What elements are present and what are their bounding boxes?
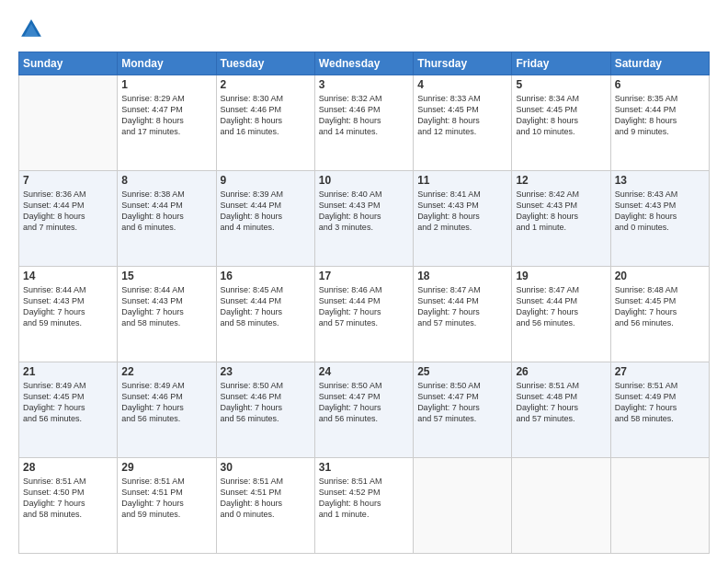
table-row: 20Sunrise: 8:48 AM Sunset: 4:45 PM Dayli… [610, 267, 709, 362]
table-row: 25Sunrise: 8:50 AM Sunset: 4:47 PM Dayli… [414, 362, 512, 458]
table-row: 12Sunrise: 8:42 AM Sunset: 4:43 PM Dayli… [512, 171, 610, 267]
day-info: Sunrise: 8:43 AM Sunset: 4:43 PM Dayligh… [615, 189, 705, 234]
day-info: Sunrise: 8:50 AM Sunset: 4:47 PM Dayligh… [319, 380, 409, 425]
table-row: 4Sunrise: 8:33 AM Sunset: 4:45 PM Daylig… [414, 75, 512, 171]
day-info: Sunrise: 8:49 AM Sunset: 4:45 PM Dayligh… [23, 380, 113, 425]
day-info: Sunrise: 8:47 AM Sunset: 4:44 PM Dayligh… [516, 284, 606, 329]
table-row: 19Sunrise: 8:47 AM Sunset: 4:44 PM Dayli… [512, 267, 610, 362]
day-number: 2 [221, 78, 311, 91]
table-row: 24Sunrise: 8:50 AM Sunset: 4:47 PM Dayli… [314, 362, 413, 458]
day-number: 17 [319, 270, 409, 282]
table-row: 7Sunrise: 8:36 AM Sunset: 4:44 PM Daylig… [19, 171, 118, 267]
table-row: 27Sunrise: 8:51 AM Sunset: 4:49 PM Dayli… [610, 362, 709, 458]
calendar-week-row: 7Sunrise: 8:36 AM Sunset: 4:44 PM Daylig… [19, 171, 710, 267]
day-info: Sunrise: 8:50 AM Sunset: 4:46 PM Dayligh… [221, 380, 311, 425]
day-number: 4 [417, 78, 507, 91]
table-row: 15Sunrise: 8:44 AM Sunset: 4:43 PM Dayli… [118, 267, 216, 362]
day-number: 27 [615, 365, 705, 378]
day-info: Sunrise: 8:35 AM Sunset: 4:44 PM Dayligh… [615, 93, 705, 138]
weekday-header-saturday: Saturday [610, 52, 709, 75]
day-info: Sunrise: 8:51 AM Sunset: 4:51 PM Dayligh… [121, 476, 211, 521]
day-number: 7 [23, 174, 113, 187]
day-number: 18 [417, 270, 507, 282]
day-number: 12 [516, 174, 606, 187]
day-info: Sunrise: 8:29 AM Sunset: 4:47 PM Dayligh… [121, 93, 211, 138]
weekday-header-friday: Friday [512, 52, 610, 75]
table-row: 5Sunrise: 8:34 AM Sunset: 4:45 PM Daylig… [512, 75, 610, 171]
calendar-table: SundayMondayTuesdayWednesdayThursdayFrid… [18, 52, 710, 554]
calendar-week-row: 1Sunrise: 8:29 AM Sunset: 4:47 PM Daylig… [19, 75, 710, 171]
calendar-week-row: 28Sunrise: 8:51 AM Sunset: 4:50 PM Dayli… [19, 458, 710, 554]
weekday-header-row: SundayMondayTuesdayWednesdayThursdayFrid… [19, 52, 710, 75]
table-row: 17Sunrise: 8:46 AM Sunset: 4:44 PM Dayli… [314, 267, 413, 362]
day-info: Sunrise: 8:34 AM Sunset: 4:45 PM Dayligh… [516, 93, 606, 138]
day-info: Sunrise: 8:32 AM Sunset: 4:46 PM Dayligh… [319, 93, 409, 138]
day-number: 22 [121, 365, 211, 378]
table-row: 29Sunrise: 8:51 AM Sunset: 4:51 PM Dayli… [118, 458, 216, 554]
day-number: 11 [417, 174, 507, 187]
day-number: 15 [121, 270, 211, 282]
weekday-header-tuesday: Tuesday [216, 52, 314, 75]
table-row: 18Sunrise: 8:47 AM Sunset: 4:44 PM Dayli… [414, 267, 512, 362]
table-row: 8Sunrise: 8:38 AM Sunset: 4:44 PM Daylig… [118, 171, 216, 267]
day-info: Sunrise: 8:51 AM Sunset: 4:49 PM Dayligh… [615, 380, 705, 425]
table-row: 11Sunrise: 8:41 AM Sunset: 4:43 PM Dayli… [414, 171, 512, 267]
table-row: 31Sunrise: 8:51 AM Sunset: 4:52 PM Dayli… [314, 458, 413, 554]
day-number: 20 [615, 270, 705, 282]
day-info: Sunrise: 8:36 AM Sunset: 4:44 PM Dayligh… [23, 189, 113, 234]
day-number: 30 [221, 461, 311, 474]
day-info: Sunrise: 8:40 AM Sunset: 4:43 PM Dayligh… [319, 189, 409, 234]
weekday-header-wednesday: Wednesday [314, 52, 413, 75]
logo [18, 17, 48, 42]
day-info: Sunrise: 8:49 AM Sunset: 4:46 PM Dayligh… [121, 380, 211, 425]
day-number: 25 [417, 365, 507, 378]
day-info: Sunrise: 8:50 AM Sunset: 4:47 PM Dayligh… [417, 380, 507, 425]
weekday-header-monday: Monday [118, 52, 216, 75]
day-number: 26 [516, 365, 606, 378]
table-row: 26Sunrise: 8:51 AM Sunset: 4:48 PM Dayli… [512, 362, 610, 458]
header [18, 17, 710, 42]
day-info: Sunrise: 8:51 AM Sunset: 4:48 PM Dayligh… [516, 380, 606, 425]
day-info: Sunrise: 8:38 AM Sunset: 4:44 PM Dayligh… [121, 189, 211, 234]
day-number: 29 [121, 461, 211, 474]
weekday-header-sunday: Sunday [19, 52, 118, 75]
table-row: 16Sunrise: 8:45 AM Sunset: 4:44 PM Dayli… [216, 267, 314, 362]
day-number: 16 [221, 270, 311, 282]
table-row [610, 458, 709, 554]
day-number: 28 [23, 461, 113, 474]
table-row [512, 458, 610, 554]
day-number: 10 [319, 174, 409, 187]
day-info: Sunrise: 8:48 AM Sunset: 4:45 PM Dayligh… [615, 284, 705, 329]
day-info: Sunrise: 8:51 AM Sunset: 4:51 PM Dayligh… [221, 476, 311, 521]
table-row: 6Sunrise: 8:35 AM Sunset: 4:44 PM Daylig… [610, 75, 709, 171]
weekday-header-thursday: Thursday [414, 52, 512, 75]
day-number: 3 [319, 78, 409, 91]
day-info: Sunrise: 8:51 AM Sunset: 4:50 PM Dayligh… [23, 476, 113, 521]
day-info: Sunrise: 8:44 AM Sunset: 4:43 PM Dayligh… [121, 284, 211, 329]
table-row: 13Sunrise: 8:43 AM Sunset: 4:43 PM Dayli… [610, 171, 709, 267]
logo-icon [18, 17, 44, 42]
table-row [414, 458, 512, 554]
table-row [19, 75, 118, 171]
day-number: 8 [121, 174, 211, 187]
day-info: Sunrise: 8:47 AM Sunset: 4:44 PM Dayligh… [417, 284, 507, 329]
day-number: 31 [319, 461, 409, 474]
day-info: Sunrise: 8:41 AM Sunset: 4:43 PM Dayligh… [417, 189, 507, 234]
table-row: 14Sunrise: 8:44 AM Sunset: 4:43 PM Dayli… [19, 267, 118, 362]
day-info: Sunrise: 8:51 AM Sunset: 4:52 PM Dayligh… [319, 476, 409, 521]
day-number: 24 [319, 365, 409, 378]
calendar-week-row: 21Sunrise: 8:49 AM Sunset: 4:45 PM Dayli… [19, 362, 710, 458]
table-row: 21Sunrise: 8:49 AM Sunset: 4:45 PM Dayli… [19, 362, 118, 458]
day-info: Sunrise: 8:45 AM Sunset: 4:44 PM Dayligh… [221, 284, 311, 329]
day-info: Sunrise: 8:42 AM Sunset: 4:43 PM Dayligh… [516, 189, 606, 234]
day-number: 19 [516, 270, 606, 282]
day-info: Sunrise: 8:30 AM Sunset: 4:46 PM Dayligh… [221, 93, 311, 138]
day-info: Sunrise: 8:39 AM Sunset: 4:44 PM Dayligh… [221, 189, 311, 234]
table-row: 3Sunrise: 8:32 AM Sunset: 4:46 PM Daylig… [314, 75, 413, 171]
day-number: 23 [221, 365, 311, 378]
table-row: 30Sunrise: 8:51 AM Sunset: 4:51 PM Dayli… [216, 458, 314, 554]
table-row: 28Sunrise: 8:51 AM Sunset: 4:50 PM Dayli… [19, 458, 118, 554]
table-row: 9Sunrise: 8:39 AM Sunset: 4:44 PM Daylig… [216, 171, 314, 267]
day-number: 1 [121, 78, 211, 91]
table-row: 22Sunrise: 8:49 AM Sunset: 4:46 PM Dayli… [118, 362, 216, 458]
